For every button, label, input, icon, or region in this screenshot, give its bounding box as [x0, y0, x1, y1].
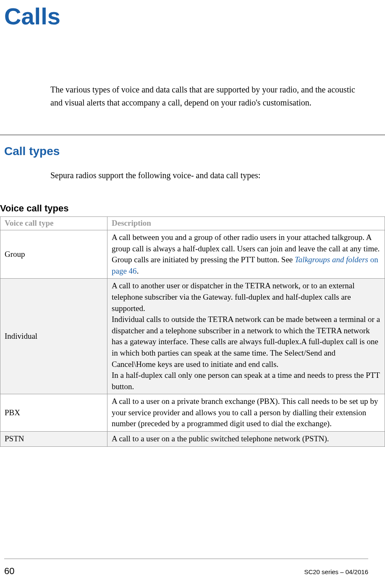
section-intro-text: Sepura radios support the following voic… — [50, 169, 368, 182]
link-talkgroups-folders[interactable]: Talkgroups and folders — [295, 255, 368, 264]
intro-paragraph: The various types of voice and data call… — [50, 83, 368, 109]
section-heading-call-types: Call types — [4, 143, 368, 159]
cell-desc-individual: A call to another user or dispatcher in … — [107, 279, 385, 394]
table-row: PSTN A call to a user on a the public sw… — [0, 432, 385, 447]
cell-type-pbx: PBX — [0, 394, 107, 432]
chapter-title: Calls — [4, 0, 368, 33]
cell-type-pstn: PSTN — [0, 432, 107, 447]
page-number: 60 — [4, 565, 14, 578]
subsection-heading-voice-call-types: Voice call types — [0, 202, 368, 215]
cell-desc-pbx: A call to a user on a private branch exc… — [107, 394, 385, 432]
table-row: Individual A call to another user or dis… — [0, 279, 385, 394]
table-header-type: Voice call type — [0, 217, 107, 230]
table-header-description: Description — [107, 217, 385, 230]
voice-call-types-table: Voice call type Description Group A call… — [0, 216, 385, 446]
page-footer: 60 SC20 series – 04/2016 — [4, 559, 368, 578]
cell-desc-group: A call between you and a group of other … — [107, 230, 385, 278]
section-divider — [0, 134, 385, 135]
table-row: Group A call between you and a group of … — [0, 230, 385, 278]
cell-desc-group-suffix: . — [137, 266, 139, 275]
cell-type-group: Group — [0, 230, 107, 278]
table-row: PBX A call to a user on a private branch… — [0, 394, 385, 432]
cell-desc-pstn: A call to a user on a the public switche… — [107, 432, 385, 447]
footer-doc-id: SC20 series – 04/2016 — [304, 567, 368, 576]
cell-type-individual: Individual — [0, 279, 107, 394]
